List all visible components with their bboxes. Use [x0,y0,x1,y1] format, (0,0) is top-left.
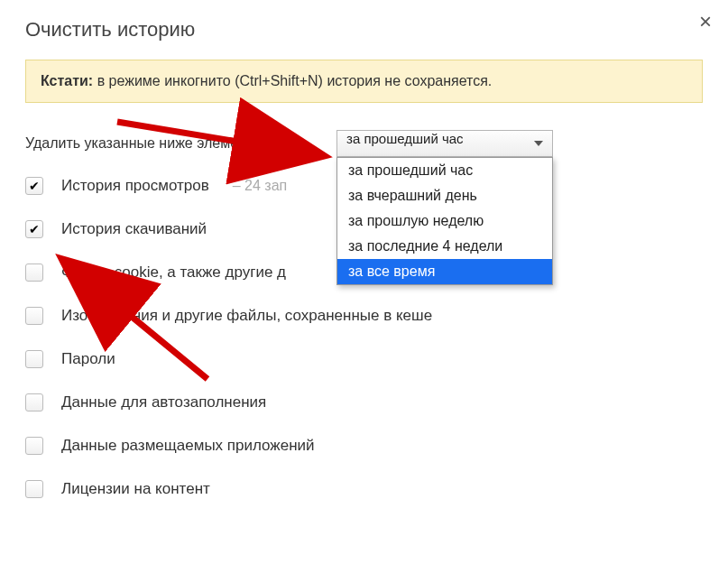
clear-history-dialog: × Очистить историю Кстати: в режиме инко… [0,0,728,516]
select-option[interactable]: за прошедший час [337,158,552,183]
close-icon: × [699,9,712,33]
checkbox[interactable] [25,307,43,325]
close-button[interactable]: × [696,7,715,36]
checkbox[interactable] [25,177,43,195]
list-item[interactable]: Данные размещаемых приложений [25,437,703,455]
item-label: Пароли [61,350,115,368]
incognito-info-banner: Кстати: в режиме инкогнито (Ctrl+Shift+N… [25,60,703,103]
select-value: за прошедший час [346,131,464,146]
list-item[interactable]: Данные для автозаполнения [25,393,703,411]
list-item[interactable]: Пароли [25,350,703,368]
select-option[interactable]: за последние 4 недели [337,234,552,259]
checkbox[interactable] [25,393,43,411]
select-option[interactable]: за все время [337,259,552,284]
item-label: История скачиваний [61,220,207,238]
checkbox[interactable] [25,264,43,282]
item-label: Файлы cookie, а также другие д [61,264,286,282]
item-label: История просмотров [61,177,209,195]
checkbox[interactable] [25,480,43,498]
time-range-select[interactable]: за прошедший час за прошедший часза вчер… [336,130,553,157]
item-label: Данные для автозаполнения [61,393,266,411]
checkbox[interactable] [25,220,43,238]
banner-prefix: Кстати: [41,73,93,88]
banner-text: в режиме инкогнито (Ctrl+Shift+N) истори… [93,73,492,88]
list-item[interactable]: Лицензии на контент [25,480,703,498]
chevron-down-icon [534,141,543,146]
checkbox[interactable] [25,350,43,368]
select-option[interactable]: за вчерашний день [337,183,552,208]
select-option[interactable]: за прошлую неделю [337,208,552,234]
dialog-title: Очистить историю [25,18,703,42]
item-sublabel: – 24 зап [233,178,287,194]
time-range-label: Удалить указанные ниже элементы [25,135,263,152]
item-label: Изображения и другие файлы, сохраненные … [61,307,432,325]
item-label: Лицензии на контент [61,480,210,498]
list-item[interactable]: Изображения и другие файлы, сохраненные … [25,307,703,325]
item-label: Данные размещаемых приложений [61,437,315,455]
select-dropdown: за прошедший часза вчерашний деньза прош… [336,157,553,285]
select-button[interactable]: за прошедший час [336,130,553,157]
time-range-row: Удалить указанные ниже элементы за проше… [25,135,703,152]
checkbox[interactable] [25,437,43,455]
